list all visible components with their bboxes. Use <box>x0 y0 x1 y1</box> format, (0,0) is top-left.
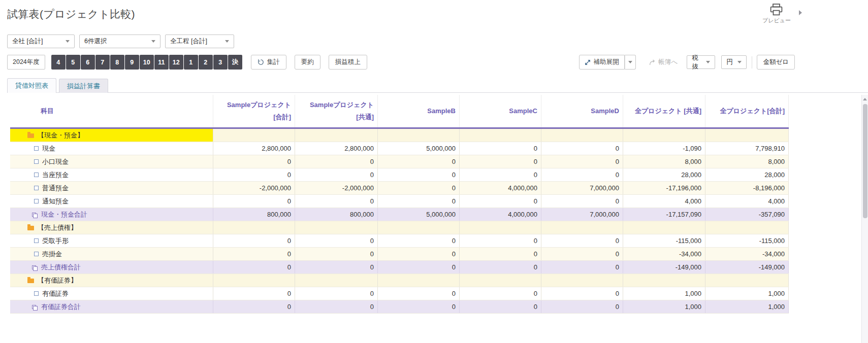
account-name: 現金 <box>42 144 55 153</box>
amount-cell: 0 <box>213 234 295 247</box>
toolbar-right: 補助展開 帳簿へ 税抜 円 金額ゼロ <box>579 55 795 70</box>
account-label-cell[interactable]: 【現金・預金】 <box>10 129 213 142</box>
chevron-down-icon <box>225 40 229 43</box>
amount-cell: 1,000 <box>705 300 789 313</box>
column-header[interactable]: 全プロジェクト [共通] <box>623 95 705 127</box>
account-label-cell[interactable]: 有価証券 <box>10 287 213 300</box>
scroll-up-arrow[interactable] <box>863 98 867 100</box>
scrollbar-thumb[interactable] <box>863 104 867 218</box>
month-button-6[interactable]: 6 <box>81 55 95 70</box>
zero-amount-button[interactable]: 金額ゼロ <box>757 55 795 70</box>
column-header[interactable]: SampleB <box>378 95 460 127</box>
amount-cell: 0 <box>213 168 295 181</box>
account-name: 売上債権合計 <box>41 263 81 272</box>
to-ledger-button[interactable]: 帳簿へ <box>649 58 678 66</box>
account-label-cell[interactable]: 売掛金 <box>10 248 213 260</box>
amount-cell: 4,000,000 <box>460 208 541 221</box>
account-label-cell[interactable]: 有価証券合計 <box>10 300 213 313</box>
project-select[interactable]: 6件選択 <box>79 35 160 48</box>
column-header[interactable]: Sampleプロジェクト [共通] <box>295 95 378 127</box>
amount-cell: 0 <box>541 142 623 155</box>
amount-cell: 0 <box>460 195 541 208</box>
amount-cell: 2,800,000 <box>295 142 378 155</box>
folder-icon <box>27 133 34 138</box>
month-button-12[interactable]: 12 <box>169 55 183 70</box>
panel-collapse-chevron-icon[interactable] <box>799 10 802 15</box>
vertical-scrollbar[interactable] <box>861 95 868 343</box>
account-name: 現金・預金合計 <box>41 210 87 219</box>
month-button-10[interactable]: 10 <box>140 55 154 70</box>
month-button-決[interactable]: 決 <box>228 55 242 70</box>
account-label-cell[interactable]: 当座預金 <box>10 168 213 181</box>
amount-cell <box>623 274 705 287</box>
account-label-cell[interactable]: 通知預金 <box>10 195 213 208</box>
amount-cell: 0 <box>541 300 623 313</box>
table-row-【有価証券】: 【有価証券】 <box>10 274 789 287</box>
folder-icon <box>27 279 34 283</box>
to-ledger-label: 帳簿へ <box>659 58 678 66</box>
amount-cell: 0 <box>295 168 378 181</box>
amount-cell: -1,090 <box>623 142 705 155</box>
column-header[interactable]: 科目 <box>10 95 213 127</box>
amount-cell <box>295 129 378 142</box>
account-label-cell[interactable]: 【売上債権】 <box>10 221 213 234</box>
aux-expand-menu-button[interactable] <box>625 55 636 70</box>
column-header[interactable]: 全プロジェクト[合計] <box>705 95 789 127</box>
column-header[interactable]: SampleC <box>460 95 541 127</box>
amount-cell: 0 <box>541 248 623 260</box>
month-button-8[interactable]: 8 <box>110 55 124 70</box>
process-select[interactable]: 全工程 [合計] <box>165 35 234 48</box>
month-button-4[interactable]: 4 <box>51 55 66 70</box>
amount-cell: 0 <box>460 142 541 155</box>
amount-cell <box>378 221 460 234</box>
account-label-cell[interactable]: 小口現金 <box>10 155 213 168</box>
process-select-value: 全工程 [合計] <box>170 37 207 46</box>
account-label-cell[interactable]: 普通預金 <box>10 182 213 194</box>
account-label-cell[interactable]: 受取手形 <box>10 234 213 247</box>
amount-cell: 0 <box>213 287 295 300</box>
account-icon <box>34 159 39 164</box>
amount-cell: 0 <box>295 261 378 273</box>
account-icon <box>34 173 39 177</box>
amount-cell <box>705 221 789 234</box>
account-label-cell[interactable]: 【有価証券】 <box>10 274 213 287</box>
tab-損益計算書[interactable]: 損益計算書 <box>59 79 108 93</box>
aggregate-button[interactable]: 集計 <box>251 55 286 70</box>
month-button-2[interactable]: 2 <box>199 55 213 70</box>
chevron-down-icon <box>737 61 742 63</box>
amount-cell: 5,000,000 <box>378 208 460 221</box>
month-button-9[interactable]: 9 <box>125 55 139 70</box>
account-label-cell[interactable]: 現金 <box>10 142 213 155</box>
account-label-cell[interactable]: 現金・預金合計 <box>10 208 213 221</box>
column-header[interactable]: Sampleプロジェクト [合計] <box>213 95 295 127</box>
month-button-7[interactable]: 7 <box>95 55 110 70</box>
amount-cell: 0 <box>295 287 378 300</box>
column-header[interactable]: SampleD <box>541 95 623 127</box>
account-label-cell[interactable]: 売上債権合計 <box>10 261 213 273</box>
month-button-5[interactable]: 5 <box>66 55 80 70</box>
amount-cell <box>378 274 460 287</box>
expand-diagonal-icon <box>585 59 591 65</box>
profit-stack-label: 損益積上 <box>335 58 361 66</box>
month-button-1[interactable]: 1 <box>184 55 198 70</box>
amount-cell <box>541 274 623 287</box>
subtotal-icon <box>32 305 36 309</box>
amount-cell: 0 <box>460 300 541 313</box>
amount-cell: 0 <box>460 248 541 260</box>
amount-cell: 0 <box>378 234 460 247</box>
company-select[interactable]: 全社 [合計] <box>7 35 75 48</box>
print-preview-button[interactable]: プレビュー <box>762 4 791 24</box>
aux-expand-button[interactable]: 補助展開 <box>579 55 625 70</box>
fiscal-year-button[interactable]: 2024年度 <box>7 55 45 70</box>
month-button-3[interactable]: 3 <box>213 55 228 70</box>
amount-cell: 0 <box>213 300 295 313</box>
tax-mode-select[interactable]: 税抜 <box>687 55 715 69</box>
month-button-11[interactable]: 11 <box>154 55 169 70</box>
summary-button[interactable]: 要約 <box>295 55 320 70</box>
unit-select[interactable]: 円 <box>721 55 747 69</box>
tab-貸借対照表[interactable]: 貸借対照表 <box>7 78 56 93</box>
amount-cell <box>213 274 295 287</box>
month-strip: 456789101112123決 <box>51 55 243 70</box>
profit-stack-button[interactable]: 損益積上 <box>329 55 367 70</box>
amount-cell: 8,000 <box>705 155 789 168</box>
